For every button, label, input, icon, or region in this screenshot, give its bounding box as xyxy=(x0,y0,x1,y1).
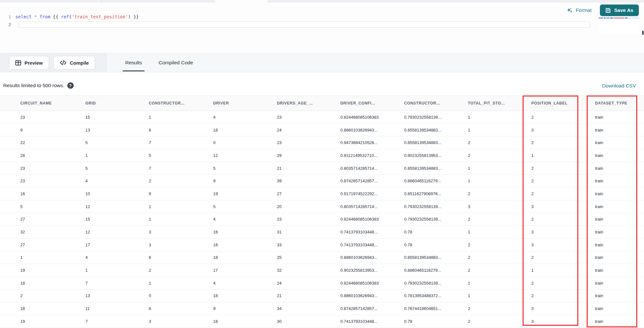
format-label: Format xyxy=(576,7,592,13)
column-header[interactable]: GRID xyxy=(81,101,145,105)
table-row[interactable]: 2717316330.7413793103448...0.7823train xyxy=(0,239,644,251)
table-cell: train xyxy=(591,319,644,324)
table-cell: 0.78 xyxy=(400,319,464,324)
table-cell: 0.9473684210526... xyxy=(336,140,400,145)
sparkles-icon xyxy=(566,7,573,14)
table-row[interactable]: 213018210.8860103626943...0.781395348837… xyxy=(0,290,644,303)
table-cell: 2 xyxy=(527,140,591,145)
column-header[interactable]: DRIVER_CONFI... xyxy=(336,101,400,105)
top-tab-strip xyxy=(0,0,644,3)
compile-button[interactable]: Compile xyxy=(53,56,95,69)
sql-editor-page: Format Save As 1 select * from {{ ref('t… xyxy=(0,0,644,328)
code-token: ) xyxy=(128,14,131,19)
table-cell: 23 xyxy=(16,178,81,183)
table-cell: 2 xyxy=(527,191,591,196)
table-cell: 13 xyxy=(81,128,145,132)
table-cell: 0.7930232558139... xyxy=(400,204,464,209)
column-header[interactable]: DATASET_TYPE xyxy=(591,101,644,105)
table-cell: 0.824468085106383 xyxy=(336,217,400,222)
table-row[interactable]: 3212316310.7413793103448...0.7813train xyxy=(0,226,644,239)
table-cell: 24 xyxy=(273,281,336,286)
table-cell: 25 xyxy=(273,255,336,260)
save-as-button[interactable]: Save As xyxy=(600,5,639,16)
table-cell: 3 xyxy=(527,242,591,247)
code-line-1-text: select * from {{ ref('train_test_positio… xyxy=(15,14,139,19)
column-header[interactable]: DRIVERS_AGE_... xyxy=(273,101,336,105)
table-cell: 0.9023255813953... xyxy=(400,153,464,158)
download-csv-link[interactable]: Download CSV xyxy=(602,83,636,89)
table-row[interactable]: 913618240.8860103626943...0.855813953488… xyxy=(0,124,644,137)
editor-minimap[interactable] xyxy=(598,17,639,33)
table-cell: 0.9023255813953... xyxy=(336,268,400,273)
table-row[interactable]: 181189340.8742857142857...0.767441860465… xyxy=(0,302,644,315)
table-cell: 3 xyxy=(464,204,527,209)
table-cell: 9 xyxy=(16,128,81,132)
column-header[interactable]: DRIVER xyxy=(209,101,273,105)
tab-compiled-code[interactable]: Compiled Code xyxy=(150,53,202,72)
table-row[interactable]: 23575210.8035714285714...0.8558139534883… xyxy=(0,162,644,175)
column-header[interactable]: CONSTRUCTOR... xyxy=(145,101,209,105)
table-row[interactable]: 23429390.8742857142857...0.8860465116279… xyxy=(0,175,644,187)
table-cell: train xyxy=(591,191,644,196)
code-line-1[interactable]: 1 select * from {{ ref('train_test_posit… xyxy=(0,13,596,21)
code-line-2[interactable]: 2 xyxy=(0,21,596,28)
table-cell: 32 xyxy=(273,268,336,273)
editor-scrollbar-mark[interactable] xyxy=(642,31,644,35)
results-info-band: Results limited to 500 rows. ? Download … xyxy=(0,73,644,96)
column-header[interactable]: CIRCUIT_NAME xyxy=(16,101,81,105)
table-cell: 2 xyxy=(464,268,527,273)
table-row[interactable]: 22570230.9473684210526...0.8558139534883… xyxy=(0,136,644,149)
table-cell: 24 xyxy=(273,128,336,132)
table-cell: 19 xyxy=(209,191,273,196)
active-line-highlight[interactable] xyxy=(19,22,590,28)
tab-compiled-code-label: Compiled Code xyxy=(159,60,193,66)
table-cell: 2 xyxy=(464,191,527,196)
table-cell: 1 xyxy=(81,268,145,273)
table-cell: 5 xyxy=(16,204,81,209)
table-cell: 23 xyxy=(273,140,336,145)
table-cell: train xyxy=(591,293,644,298)
table-cell: 1 xyxy=(464,128,527,132)
table-cell: 27 xyxy=(16,242,81,247)
column-header[interactable]: CONSTRUCTOR... xyxy=(400,101,464,105)
table-row[interactable]: 271514230.8244680851063830.7930232558139… xyxy=(0,213,644,226)
code-editor[interactable]: Format Save As 1 select * from {{ ref('t… xyxy=(0,3,644,53)
table-cell: 3 xyxy=(145,230,209,234)
table-cell: 2 xyxy=(145,268,209,273)
table-row[interactable]: 197316300.7413793103448...0.7823train xyxy=(0,315,644,328)
table-row[interactable]: 18714240.8244680851063830.7930232558139.… xyxy=(0,277,644,290)
table-cell: 31 xyxy=(273,230,336,234)
row-limit-label: Results limited to 500 rows. xyxy=(3,83,64,88)
table-cell: 9 xyxy=(209,306,273,311)
table-cell: train xyxy=(591,140,644,145)
table-row[interactable]: 191217320.9023255813953...0.886046511627… xyxy=(0,264,644,277)
table-body: 231514230.8244680851063830.7930232558139… xyxy=(0,111,644,328)
code-token: select xyxy=(15,14,32,19)
format-button[interactable]: Format xyxy=(566,7,592,14)
table-cell: 1 xyxy=(464,178,527,183)
table-cell: 6 xyxy=(145,255,209,260)
table-cell: 0.8511627906976... xyxy=(400,191,464,196)
column-header[interactable]: TOTAL_PIT_STO... xyxy=(464,101,527,105)
table-cell: 0.7413793103448... xyxy=(336,319,400,324)
line-number-2: 2 xyxy=(0,22,15,27)
table-cell: 4 xyxy=(209,217,273,222)
table-cell: 3 xyxy=(527,319,591,324)
tab-results[interactable]: Results xyxy=(117,53,150,72)
code-token: ref xyxy=(61,14,69,19)
table-cell: 0.8860465116279... xyxy=(400,268,464,273)
table-cell: 0.8035714285714... xyxy=(336,166,400,171)
column-header[interactable]: POSITION_LABEL xyxy=(527,101,591,105)
table-cell: 1 xyxy=(464,166,527,171)
preview-button[interactable]: Preview xyxy=(9,56,49,69)
table-cell: 39 xyxy=(273,178,336,183)
table-row[interactable]: 14618250.8860103626943...0.8558139534883… xyxy=(0,251,644,264)
table-row[interactable]: 51215200.8035714285714...0.7930232558139… xyxy=(0,200,644,213)
code-area[interactable]: 1 select * from {{ ref('train_test_posit… xyxy=(0,13,596,28)
help-icon[interactable]: ? xyxy=(67,82,74,89)
table-row[interactable]: 281512290.9112149532710...0.902325581395… xyxy=(0,149,644,162)
table-row[interactable]: 231514230.8244680851063830.7930232558139… xyxy=(0,111,644,124)
table-cell: 18 xyxy=(209,255,273,260)
table-cell: 12 xyxy=(81,204,145,209)
table-row[interactable]: 1610919270.9171974522292...0.85116279069… xyxy=(0,187,644,200)
